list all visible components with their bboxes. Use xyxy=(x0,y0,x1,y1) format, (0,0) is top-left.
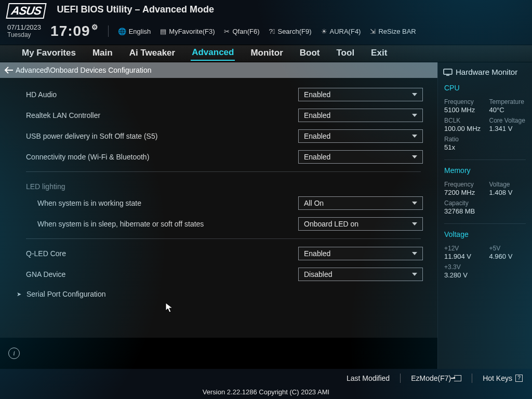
setting-dropdown[interactable]: Enabled xyxy=(298,88,423,101)
tab-main[interactable]: Main xyxy=(91,47,114,60)
cpu-cv-key: Core Voltage xyxy=(489,117,526,124)
setting-dropdown[interactable]: Enabled xyxy=(298,150,423,164)
cpu-ratio-key: Ratio xyxy=(444,136,481,143)
svg-rect-0 xyxy=(444,69,452,74)
chevron-down-icon xyxy=(412,155,417,158)
setting-row: When system is in working stateAll On xyxy=(26,193,423,214)
search-icon: ?⃣ xyxy=(269,28,275,35)
setting-dropdown[interactable]: Onboard LED on xyxy=(298,217,423,231)
mem-freq-key: Frequency xyxy=(444,181,481,188)
fan-icon: ✂ xyxy=(224,28,230,35)
mem-volt-key: Voltage xyxy=(489,181,526,188)
settings-list: HD AudioEnabledRealtek LAN ControllerEna… xyxy=(0,78,437,310)
tab-boot[interactable]: Boot xyxy=(299,47,321,60)
chevron-down-icon xyxy=(412,273,417,276)
language-button[interactable]: 🌐 English xyxy=(118,28,151,35)
separator xyxy=(400,374,401,383)
mem-head: Memory xyxy=(444,166,526,175)
date-block: 07/11/2023 Tuesday xyxy=(7,24,41,38)
time-text: 17:09 xyxy=(50,23,90,39)
date-text: 07/11/2023 xyxy=(7,24,41,31)
chevron-down-icon xyxy=(412,202,417,205)
tab-advanced[interactable]: Advanced xyxy=(191,46,235,61)
cpu-section: CPU Frequency 5100 MHz BCLK 100.00 MHz R… xyxy=(438,81,532,156)
volt-head: Voltage xyxy=(444,230,526,238)
myfavorite-button[interactable]: ▤ MyFavorite(F3) xyxy=(160,28,215,35)
tab-tool[interactable]: Tool xyxy=(335,47,355,60)
chevron-down-icon xyxy=(412,252,417,255)
setting-label: When system is in sleep, hibernate or so… xyxy=(26,220,298,228)
setting-row: HD AudioEnabled xyxy=(26,84,423,105)
cpu-cv-val: 1.341 V xyxy=(489,125,526,132)
cpu-bclk-key: BCLK xyxy=(444,117,481,124)
list-icon: ▤ xyxy=(160,28,166,35)
setting-label: HD Audio xyxy=(26,90,298,99)
setting-row: USB power delivery in Soft Off state (S5… xyxy=(26,126,423,147)
divider xyxy=(444,159,526,160)
memory-section: Memory Frequency 7200 MHz Capacity 32768… xyxy=(438,163,532,220)
ezmode-button[interactable]: EzMode(F7) xyxy=(411,374,461,382)
hotkeys-button[interactable]: Hot Keys ? xyxy=(483,374,523,382)
setting-dropdown[interactable]: Disabled xyxy=(298,268,423,281)
voltage-section: Voltage +12V 11.904 V +3.3V 3.280 V +5V … xyxy=(438,227,532,284)
info-icon[interactable]: i xyxy=(8,348,20,359)
last-modified-button[interactable]: Last Modified xyxy=(347,374,390,382)
setting-dropdown[interactable]: All On xyxy=(298,196,423,210)
dropdown-value: Enabled xyxy=(304,90,330,99)
separator xyxy=(108,25,109,37)
back-icon[interactable] xyxy=(4,66,14,74)
mem-cap-key: Capacity xyxy=(444,200,481,207)
setting-dropdown[interactable]: Enabled xyxy=(298,109,423,122)
divider xyxy=(444,223,526,224)
toolbar: 07/11/2023 Tuesday 17:09⚙ 🌐 English ▤ My… xyxy=(0,19,532,45)
cpu-freq-key: Frequency xyxy=(444,98,481,105)
question-icon: ? xyxy=(515,375,523,382)
exit-icon xyxy=(454,375,461,381)
main-panel: Advanced\Onboard Devices Configuration H… xyxy=(0,62,437,369)
setting-dropdown[interactable]: Enabled xyxy=(298,247,423,260)
v12-key: +12V xyxy=(444,245,481,252)
monitor-icon xyxy=(443,69,453,76)
setting-row: When system is in sleep, hibernate or so… xyxy=(26,214,423,234)
setting-row: GNA DeviceDisabled xyxy=(26,264,423,285)
tab-monitor[interactable]: Monitor xyxy=(249,47,284,60)
divider xyxy=(26,171,421,172)
serial-port-expander[interactable]: ➤ Serial Port Configuration xyxy=(17,285,423,303)
qfan-label: Qfan(F6) xyxy=(232,28,259,35)
qfan-button[interactable]: ✂ Qfan(F6) xyxy=(224,28,259,35)
expander-label: Serial Port Configuration xyxy=(26,290,106,298)
setting-label: USB power delivery in Soft Off state (S5… xyxy=(26,132,298,140)
mem-volt-val: 1.408 V xyxy=(489,189,526,196)
v33-key: +3.3V xyxy=(444,263,481,271)
dropdown-value: All On xyxy=(304,199,324,207)
setting-dropdown[interactable]: Enabled xyxy=(298,129,423,143)
dropdown-value: Onboard LED on xyxy=(304,220,358,228)
chevron-down-icon xyxy=(412,114,417,117)
v33-val: 3.280 V xyxy=(444,271,481,279)
search-button[interactable]: ?⃣ Search(F9) xyxy=(269,28,311,35)
tab-bar: My FavoritesMainAi TweakerAdvancedMonito… xyxy=(0,45,532,62)
tab-exit[interactable]: Exit xyxy=(370,47,388,60)
tab-ai-tweaker[interactable]: Ai Tweaker xyxy=(128,47,177,60)
separator xyxy=(472,374,472,383)
resize-label: ReSize BAR xyxy=(378,28,416,35)
search-label: Search(F9) xyxy=(277,28,311,35)
cpu-freq-val: 5100 MHz xyxy=(444,106,481,114)
dropdown-value: Enabled xyxy=(304,153,330,161)
hw-monitor-title: Hardware Monitor xyxy=(438,66,532,81)
version-text: Version 2.22.1286 Copyright (C) 2023 AMI xyxy=(0,386,532,399)
globe-icon: 🌐 xyxy=(118,28,126,35)
v5-val: 4.960 V xyxy=(489,252,526,260)
chevron-down-icon xyxy=(412,222,417,225)
setting-row: Q-LED CoreEnabled xyxy=(26,243,423,264)
gear-icon: ⚙ xyxy=(91,23,99,31)
aura-button[interactable]: ☀ AURA(F4) xyxy=(321,28,361,35)
dropdown-value: Enabled xyxy=(304,132,330,140)
tab-my-favorites[interactable]: My Favorites xyxy=(21,47,77,60)
footer: Last Modified EzMode(F7) Hot Keys ? Vers… xyxy=(0,370,532,399)
page-title: UEFI BIOS Utility – Advanced Mode xyxy=(57,4,214,15)
resizebar-button[interactable]: ⇲ ReSize BAR xyxy=(370,28,416,35)
cpu-temp-val: 40°C xyxy=(489,106,526,114)
clock[interactable]: 17:09⚙ xyxy=(50,23,99,39)
resize-icon: ⇲ xyxy=(370,28,376,35)
